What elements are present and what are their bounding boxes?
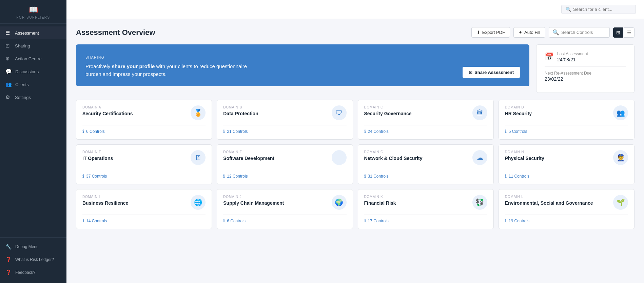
domain-label-b: DOMAIN B: [223, 105, 258, 109]
nav-label-discussions: Discussions: [15, 69, 39, 74]
sidebar-bottom-debug[interactable]: 🔧Debug Menu: [0, 240, 66, 253]
content-area: Assessment Overview ⬇ Export PDF ✦ Auto …: [66, 19, 644, 283]
sidebar-bottom: 🔧Debug Menu❓What is Risk Ledger?❓Feedbac…: [0, 237, 66, 283]
domain-footer-e: ℹ 37 Controls: [82, 170, 206, 179]
domain-card-l[interactable]: DOMAIN L Environmental, Social and Gover…: [499, 189, 635, 229]
sidebar-item-discussions[interactable]: 💬Discussions: [0, 65, 66, 78]
bottom-label-what-is: What is Risk Ledger?: [15, 257, 54, 262]
next-assessment-date: 23/02/22: [545, 76, 626, 82]
controls-info-icon-g: ℹ: [364, 174, 366, 179]
last-assessment-row: 📅 Last Assessment 24/08/21: [545, 52, 626, 62]
next-assessment-label: Next Re-Assessment Due: [545, 71, 626, 76]
domain-card-d[interactable]: DOMAIN D HR Security 👥 ℹ 5 Controls: [499, 100, 635, 140]
domain-header-i: DOMAIN I Business Resilience 🌐: [82, 195, 206, 210]
auto-fill-button[interactable]: ✦ Auto Fill: [513, 27, 545, 38]
domain-controls-count-g: 31 Controls: [368, 174, 389, 179]
domain-header-g: DOMAIN G Network & Cloud Security ☁: [364, 150, 487, 165]
domain-card-k[interactable]: DOMAIN K Financial Risk 💱 ℹ 17 Controls: [358, 189, 494, 229]
domain-card-c[interactable]: DOMAIN C Security Governance 🏛 ℹ 24 Cont…: [358, 100, 494, 140]
domain-label-e: DOMAIN E: [82, 150, 113, 154]
domain-card-a[interactable]: DOMAIN A Security Certifications 🏅 ℹ 6 C…: [76, 100, 212, 140]
domain-label-a: DOMAIN A: [82, 105, 133, 109]
domain-controls-count-l: 19 Controls: [509, 219, 529, 223]
nav-icon-settings: ⚙: [5, 94, 12, 100]
sidebar-item-assessment[interactable]: ☰Assessment: [0, 26, 66, 39]
sidebar-item-action-centre[interactable]: ⊕Action Centre: [0, 52, 66, 65]
domain-label-f: DOMAIN F: [223, 150, 274, 154]
sidebar-item-clients[interactable]: 👥Clients: [0, 78, 66, 91]
autofill-icon: ✦: [519, 30, 522, 35]
search-controls-input[interactable]: [561, 30, 606, 35]
controls-info-icon-a: ℹ: [82, 129, 84, 134]
domain-icon-e: 🖥: [191, 150, 206, 165]
nav-icon-assessment: ☰: [5, 30, 12, 36]
domain-icon-l: 🌱: [613, 195, 628, 210]
page-title: Assessment Overview: [76, 28, 155, 37]
controls-info-icon-f: ℹ: [223, 174, 225, 179]
domain-icon-j: 🌍: [332, 195, 347, 210]
domain-footer-i: ℹ 14 Controls: [82, 215, 206, 223]
client-search[interactable]: 🔍: [561, 5, 636, 14]
share-assessment-button[interactable]: ⊡ Share Assessment: [463, 67, 520, 78]
bottom-icon-debug: 🔧: [5, 244, 12, 250]
controls-info-icon-c: ℹ: [364, 129, 366, 134]
controls-info-icon-i: ℹ: [82, 218, 84, 223]
sidebar-item-settings[interactable]: ⚙Settings: [0, 91, 66, 104]
domain-card-g[interactable]: DOMAIN G Network & Cloud Security ☁ ℹ 31…: [358, 144, 494, 184]
domain-header-k: DOMAIN K Financial Risk 💱: [364, 195, 487, 210]
sidebar-nav: ☰Assessment⊡Sharing⊕Action Centre💬Discus…: [0, 24, 66, 237]
domain-icon-k: 💱: [472, 195, 487, 210]
domain-footer-h: ℹ 11 Controls: [505, 170, 628, 179]
grid-view-button[interactable]: ⊞: [613, 27, 623, 38]
export-pdf-button[interactable]: ⬇ Export PDF: [471, 27, 510, 38]
search-icon: 🔍: [566, 7, 571, 12]
book-icon: 📖: [29, 5, 38, 14]
domain-card-j[interactable]: DOMAIN J Supply Chain Management 🌍 ℹ 6 C…: [217, 189, 353, 229]
main-content: 🔍 Assessment Overview ⬇ Export PDF ✦ Aut…: [66, 0, 644, 283]
controls-info-icon-j: ℹ: [223, 218, 225, 223]
nav-icon-sharing: ⊡: [5, 43, 12, 49]
domain-header-j: DOMAIN J Supply Chain Management 🌍: [223, 195, 346, 210]
nav-label-sharing: Sharing: [15, 43, 30, 48]
domain-card-e[interactable]: DOMAIN E IT Operations 🖥 ℹ 37 Controls: [76, 144, 212, 184]
domain-footer-a: ℹ 6 Controls: [82, 125, 206, 134]
domain-card-i[interactable]: DOMAIN I Business Resilience 🌐 ℹ 14 Cont…: [76, 189, 212, 229]
share-icon: ⊡: [469, 70, 472, 75]
domain-name-d: HR Security: [505, 110, 532, 117]
domain-icon-a: 🏅: [191, 105, 206, 120]
calendar-icon: 📅: [545, 53, 554, 61]
domain-controls-count-k: 17 Controls: [368, 219, 389, 223]
domain-header-b: DOMAIN B Data Protection 🛡: [223, 105, 346, 120]
domain-card-h[interactable]: DOMAIN H Physical Security 👮 ℹ 11 Contro…: [499, 144, 635, 184]
client-search-input[interactable]: [573, 7, 631, 12]
domain-header-h: DOMAIN H Physical Security 👮: [505, 150, 628, 165]
controls-info-icon-l: ℹ: [505, 218, 507, 223]
domain-footer-k: ℹ 17 Controls: [364, 215, 487, 223]
bottom-label-feedback: Feedback?: [15, 270, 35, 275]
list-view-button[interactable]: ☰: [624, 27, 635, 38]
assessment-info-panel: 📅 Last Assessment 24/08/21 Next Re-Asses…: [536, 44, 635, 93]
domain-name-l: Environmental, Social and Governance: [505, 200, 593, 206]
controls-info-icon-e: ℹ: [82, 174, 84, 179]
domain-header-a: DOMAIN A Security Certifications 🏅: [82, 105, 206, 120]
domain-name-k: Financial Risk: [364, 200, 396, 206]
domain-controls-count-j: 6 Controls: [227, 219, 246, 223]
domain-card-f[interactable]: DOMAIN F Software Development ℹ 12 Contr…: [217, 144, 353, 184]
domain-icon-h: 👮: [613, 150, 628, 165]
sidebar-bottom-what-is[interactable]: ❓What is Risk Ledger?: [0, 253, 66, 266]
info-divider: [545, 66, 626, 67]
sidebar-item-sharing[interactable]: ⊡Sharing: [0, 39, 66, 52]
search-controls[interactable]: 🔍: [549, 27, 610, 38]
domain-card-b[interactable]: DOMAIN B Data Protection 🛡 ℹ 21 Controls: [217, 100, 353, 140]
domain-label-g: DOMAIN G: [364, 150, 423, 154]
domain-name-h: Physical Security: [505, 155, 544, 161]
sharing-label: SHARING: [85, 56, 248, 59]
bottom-icon-what-is: ❓: [5, 257, 12, 263]
controls-info-icon-h: ℹ: [505, 174, 507, 179]
domain-footer-d: ℹ 5 Controls: [505, 125, 628, 134]
domain-icon-g: ☁: [472, 150, 487, 165]
domain-controls-count-a: 6 Controls: [86, 129, 105, 134]
sidebar-bottom-feedback[interactable]: ❓Feedback?: [0, 266, 66, 279]
nav-icon-discussions: 💬: [5, 68, 12, 75]
nav-label-settings: Settings: [15, 95, 31, 100]
